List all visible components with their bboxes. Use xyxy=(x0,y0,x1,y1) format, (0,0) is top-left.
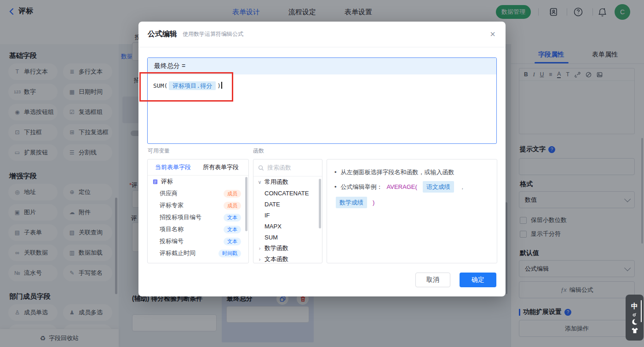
chevron-right-icon: › xyxy=(257,245,262,251)
type-badge: 成员 xyxy=(224,202,241,210)
widget-scrollbar xyxy=(641,300,642,322)
formula-target: 最终总分 = xyxy=(148,58,496,74)
function-search[interactable]: 搜索函数 xyxy=(253,159,322,176)
tab-current-form-fields[interactable]: 当前表单字段 xyxy=(155,163,191,171)
help-example-close: ) xyxy=(373,198,374,207)
variable-name: 投标编号 xyxy=(160,237,184,245)
confirm-button[interactable]: 确定 xyxy=(460,273,496,287)
theme-shirt-icon[interactable] xyxy=(631,327,638,334)
text-cursor xyxy=(221,82,222,89)
function-group-label: 数学函数 xyxy=(264,244,288,252)
bullet-icon: • xyxy=(334,182,337,192)
function-item[interactable]: IF xyxy=(253,210,322,221)
function-item[interactable]: SUM xyxy=(253,232,322,243)
ime-float-widget[interactable]: 中 xyxy=(626,295,644,341)
functions-label: 函数 xyxy=(253,147,264,155)
screen: 评标 表单设计 流程设定 表单设置 数据管理 C 表单外链 后端脚本 xyxy=(0,0,644,347)
chevron-down-icon: ∨ xyxy=(257,179,262,185)
variable-row[interactable]: 评标截止时间 时间戳 xyxy=(148,247,248,259)
functions-panel: 搜索函数 ∨ 常用函数 CONCATENATE DATE IF MAPX SUM… xyxy=(253,159,322,263)
functions-scrollbar[interactable] xyxy=(319,179,321,228)
variable-row[interactable]: 招投标项目编号 文本 xyxy=(148,211,248,223)
help-example-chip: 语文成绩 xyxy=(423,181,454,193)
type-badge: 文本 xyxy=(224,214,241,222)
type-badge: 文本 xyxy=(224,226,241,233)
help-example-chip: 数学成绩 xyxy=(336,197,367,208)
formula-expression[interactable]: SUM(评标项目.得分) xyxy=(148,74,496,97)
formula-function: SUM( xyxy=(153,82,167,89)
variable-root-label: 评标 xyxy=(161,177,173,186)
tab-all-form-fields[interactable]: 所有表单字段 xyxy=(203,163,239,171)
handwriting-icon[interactable] xyxy=(632,313,637,317)
bullet-icon: • xyxy=(334,167,337,177)
variable-name: 评标截止时间 xyxy=(160,249,196,257)
search-icon xyxy=(258,165,264,171)
close-icon[interactable]: × xyxy=(490,29,495,39)
modal-title: 公式编辑 xyxy=(148,29,177,39)
function-search-placeholder: 搜索函数 xyxy=(267,164,291,172)
help-text: 从左侧面板选择字段名和函数，或输入函数 xyxy=(341,167,454,177)
help-line-1: • 从左侧面板选择字段名和函数，或输入函数 xyxy=(334,167,489,177)
variable-name: 供应商 xyxy=(160,189,178,198)
formula-edit-modal: 公式编辑 使用数学运算符编辑公式 × 最终总分 = SUM(评标项目.得分) 可… xyxy=(138,22,506,296)
help-example-function: AVERAGE( xyxy=(387,182,417,192)
variables-tabs: 当前表单字段 所有表单字段 xyxy=(148,159,248,176)
variable-row[interactable]: 供应商 成员 xyxy=(148,188,248,199)
function-item[interactable]: DATE xyxy=(253,199,322,210)
variable-row[interactable]: 投标编号 文本 xyxy=(148,235,248,247)
variable-name: 评标专家 xyxy=(160,201,184,210)
variable-tree-root[interactable]: 评标 xyxy=(148,176,248,188)
help-example-prefix: 公式编辑举例： xyxy=(341,182,383,192)
type-badge: 时间戳 xyxy=(218,250,241,257)
chevron-right-icon: › xyxy=(257,256,262,262)
type-badge: 文本 xyxy=(224,238,241,245)
variable-row[interactable]: 项目名称 文本 xyxy=(148,223,248,235)
formula-help-panel: • 从左侧面板选择字段名和函数，或输入函数 • 公式编辑举例： AVERAGE(… xyxy=(327,159,497,263)
ime-lang-icon[interactable]: 中 xyxy=(631,302,638,311)
darkmode-moon-icon[interactable] xyxy=(631,319,638,325)
function-item[interactable]: CONCATENATE xyxy=(253,188,322,199)
modal-subtitle: 使用数学运算符编辑公式 xyxy=(183,30,243,38)
modal-header: 公式编辑 使用数学运算符编辑公式 xyxy=(138,22,506,47)
variables-label: 可用变量 xyxy=(148,147,170,155)
variable-name: 项目名称 xyxy=(160,225,184,233)
help-line-2: • 公式编辑举例： AVERAGE( 语文成绩 ， 数学成绩 ) xyxy=(334,181,489,208)
function-group-label: 文本函数 xyxy=(264,255,288,263)
variables-scrollbar[interactable] xyxy=(245,177,247,231)
variable-row[interactable]: 评标专家 成员 xyxy=(148,199,248,211)
variable-name: 招投标项目编号 xyxy=(160,213,201,222)
help-example-comma: ， xyxy=(460,182,466,192)
formula-editor[interactable]: 最终总分 = SUM(评标项目.得分) xyxy=(147,57,497,144)
cancel-button[interactable]: 取消 xyxy=(415,273,450,287)
function-group-label: 常用函数 xyxy=(264,178,288,186)
form-doc-icon xyxy=(152,179,158,185)
function-group-common[interactable]: ∨ 常用函数 xyxy=(253,176,322,188)
formula-close-paren: ) xyxy=(217,82,221,89)
function-item[interactable]: MAPX xyxy=(253,221,322,232)
variables-panel: 当前表单字段 所有表单字段 评标 供应商 成员 评标专家 成员 招投标项目编号 … xyxy=(147,159,249,263)
formula-field-chip[interactable]: 评标项目.得分 xyxy=(169,81,216,90)
function-group-math[interactable]: › 数学函数 xyxy=(253,243,322,254)
type-badge: 成员 xyxy=(224,190,241,198)
function-group-text[interactable]: › 文本函数 xyxy=(253,254,322,263)
